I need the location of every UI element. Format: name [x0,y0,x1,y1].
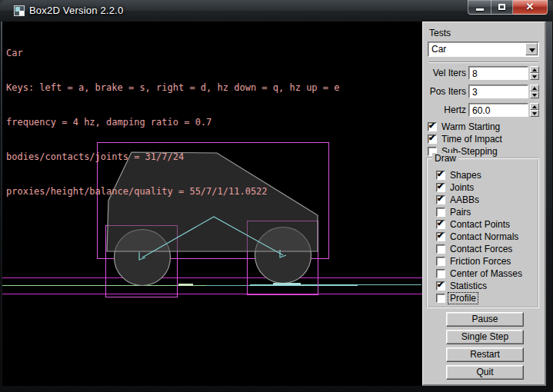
checkbox-icon[interactable] [428,135,437,144]
hertz-row: Hertz [423,103,547,117]
shapes-label: Shapes [450,170,481,181]
hertz-label: Hertz [423,105,466,115]
minimize-icon [476,8,484,11]
restart-button[interactable]: Restart [446,347,524,362]
close-icon: ✕ [513,1,547,12]
app-icon-pane2 [19,11,24,15]
aabbs-label: AABBs [450,194,479,205]
right-contact-point [273,283,301,285]
checkbox-icon[interactable] [428,122,437,131]
spin-up-button[interactable] [530,66,539,73]
stats-line-proxies: proxies/height/balance/quality = 55/7/1/… [6,186,339,198]
pairs-label: Pairs [450,207,471,218]
checkbox-icon[interactable] [436,294,445,303]
app-window: Box2D Version 2.2.0 ✕ [0,0,553,392]
vel-iters-label: Vel Iters [423,68,466,78]
simulation-canvas[interactable]: Car Keys: left = a, brake = s, right = d… [2,22,422,386]
stats-line-keys: Keys: left = a, brake = s, right = d, hz… [6,82,339,94]
spin-down-button[interactable] [530,110,539,117]
checkbox-icon[interactable] [436,257,445,266]
checkbox-icon[interactable] [436,208,445,217]
checkbox-icon[interactable] [436,183,445,192]
pause-button[interactable]: Pause [446,312,524,327]
draw-group-legend: Draw [432,153,458,164]
app-icon [14,5,25,16]
spin-up-button[interactable] [530,103,539,110]
chevron-down-icon [529,48,535,52]
vel-iters-spinner[interactable] [530,66,539,80]
arrow-up-icon [532,87,537,90]
vel-iters-input[interactable] [468,66,528,80]
checkbox-icon[interactable] [436,171,445,180]
checkbox-icon[interactable] [436,220,445,229]
dropdown-button[interactable] [525,43,538,55]
stats-line-title: Car [6,48,339,59]
pos-iters-label: Pos Iters [423,86,466,97]
maximize-button[interactable] [491,0,513,15]
pos-iters-input[interactable] [468,85,528,98]
spin-down-button[interactable] [530,73,539,80]
arrow-down-icon [532,112,537,115]
spin-up-button[interactable] [530,85,539,91]
vel-iters-row: Vel Iters [423,66,547,80]
contact-forces-label: Contact Forces [450,244,512,254]
center-of-masses-label: Center of Masses [450,268,522,279]
joints-label: Joints [450,182,474,193]
title-bar[interactable]: Box2D Version 2.2.0 ✕ [0,0,553,22]
tests-label: Tests [429,28,451,38]
arrow-down-icon [532,94,537,97]
checkbox-icon[interactable] [436,281,445,291]
time-of-impact-label: Time of Impact [441,134,502,145]
contact-points-label: Contact Points [450,219,510,230]
hertz-spinner[interactable] [530,103,539,117]
hertz-input[interactable] [468,103,528,117]
checkbox-icon[interactable] [436,232,445,241]
close-button[interactable]: ✕ [513,0,548,15]
stats-line-frequency: frequency = 4 hz, damping ratio = 0.7 [6,117,339,128]
warm-starting-label: Warm Starting [441,121,500,132]
test-selected-value: Car [431,44,446,55]
left-contact-point [178,284,193,286]
test-select-dropdown[interactable]: Car [428,42,539,57]
friction-forces-label: Friction Forces [450,256,511,267]
contact-normals-label: Contact Normals [450,231,518,242]
checkbox-icon[interactable] [436,195,445,204]
separator [429,61,538,63]
pos-iters-spinner[interactable] [530,85,539,98]
statistics-label: Statistics [450,281,487,291]
control-panel: Tests Car Vel Iters Pos Iters Hertz [422,22,546,386]
arrow-down-icon [532,75,537,78]
quit-button[interactable]: Quit [446,365,524,380]
spin-down-button[interactable] [530,91,539,98]
checkbox-icon[interactable] [436,269,445,278]
single-step-button[interactable]: Single Step [446,330,524,344]
debug-stats-text: Car Keys: left = a, brake = s, right = d… [6,25,339,221]
profile-label: Profile [448,293,478,304]
pos-iters-row: Pos Iters [423,85,547,98]
arrow-up-icon [532,105,537,108]
maximize-icon [498,4,505,10]
stats-line-bodies: bodies/contacts/joints = 31/7/24 [6,151,339,163]
checkbox-icon[interactable] [436,244,445,254]
arrow-up-icon [532,68,537,71]
minimize-button[interactable] [468,0,491,15]
caption-buttons: ✕ [468,0,548,15]
window-title: Box2D Version 2.2.0 [29,5,123,16]
